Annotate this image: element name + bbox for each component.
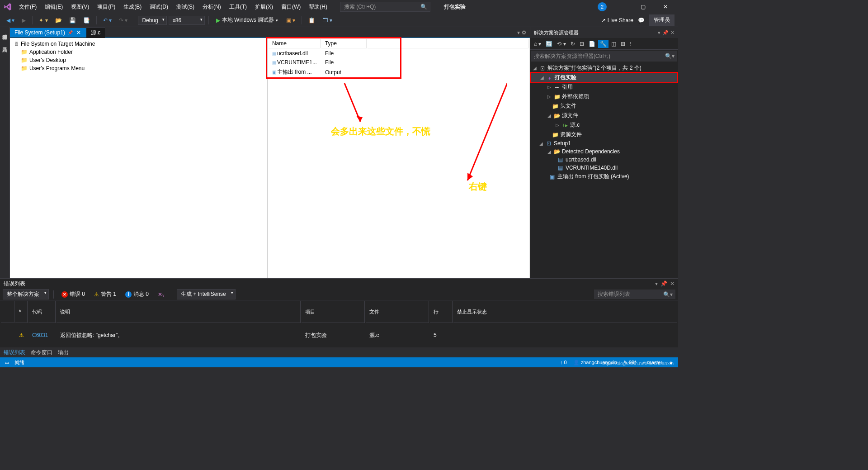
- file-row[interactable]: ▣主输出 from ... Output: [269, 67, 528, 77]
- pin-icon[interactable]: 📌: [68, 30, 73, 35]
- undo-button[interactable]: ↶ ▾: [100, 16, 114, 24]
- fs-programs[interactable]: 📁 User's Programs Menu: [12, 64, 265, 72]
- scope-dropdown[interactable]: 整个解决方案: [3, 289, 49, 299]
- tab-error-list[interactable]: 错误列表: [4, 349, 25, 356]
- col-line[interactable]: 行: [430, 301, 453, 323]
- minimize-button[interactable]: —: [611, 0, 629, 13]
- status-publish-icon[interactable]: ▲: [669, 360, 674, 365]
- tab-command-window[interactable]: 命令窗口: [31, 349, 52, 356]
- clear-filter-button[interactable]: ✕ᵧ: [155, 290, 167, 299]
- status-user[interactable]: 👤 zhangchuangxin: [573, 360, 617, 366]
- refresh-icon[interactable]: ↻: [569, 40, 577, 48]
- file-row[interactable]: ▤ucrtbased.dll File: [269, 49, 528, 57]
- external-deps-node[interactable]: ▷ 📁 外部依赖项: [530, 92, 678, 101]
- source-file-node[interactable]: ▷ +▸ 源.c: [530, 120, 678, 130]
- col-code[interactable]: 代码: [28, 301, 56, 323]
- launch-editor-button[interactable]: ▣ ▾: [283, 16, 298, 24]
- save-all-button[interactable]: 📑: [80, 16, 93, 24]
- menu-file[interactable]: 文件(F): [15, 1, 40, 13]
- expander-icon[interactable]: ▷: [547, 85, 552, 90]
- detected-deps-node[interactable]: ◢ 📂 Detected Dependencies: [530, 147, 678, 156]
- error-search[interactable]: 搜索错误列表 🔍▾: [594, 290, 675, 299]
- expander-icon[interactable]: ◢: [538, 141, 544, 146]
- maximize-button[interactable]: ▢: [634, 0, 652, 13]
- tab-source[interactable]: 源.c: [86, 27, 105, 38]
- status-up[interactable]: ↑ 0: [560, 360, 567, 365]
- panel-pin-icon[interactable]: 📌: [662, 30, 669, 36]
- redo-button[interactable]: ↷ ▾: [116, 16, 130, 24]
- menu-window[interactable]: 窗口(W): [278, 1, 304, 13]
- expander-icon[interactable]: ◢: [547, 149, 552, 154]
- config-dropdown[interactable]: Debug: [138, 16, 166, 25]
- dep-file-node[interactable]: ▤ ucrtbased.dll: [530, 156, 678, 164]
- col-type[interactable]: Type: [321, 39, 367, 48]
- nav-back-button[interactable]: ◀ ▾: [4, 16, 17, 24]
- panel-dropdown-icon[interactable]: ▾: [658, 30, 660, 36]
- tab-filesystem[interactable]: File System (Setup1) 📌 ✕: [10, 28, 86, 37]
- col-suppress[interactable]: 禁止显示状态: [453, 301, 677, 323]
- open-icon[interactable]: 🔄: [544, 40, 554, 48]
- feedback-icon[interactable]: 💬: [638, 17, 645, 24]
- messages-filter[interactable]: i 消息 0: [122, 289, 152, 299]
- sources-node[interactable]: ◢ 📂 源文件: [530, 111, 678, 120]
- home-icon[interactable]: ⌂ ▾: [532, 40, 543, 48]
- view-icon[interactable]: ⊞: [619, 40, 627, 48]
- quick-search[interactable]: 搜索 (Ctrl+Q) 🔍: [340, 2, 430, 12]
- col-file[interactable]: 文件: [366, 301, 429, 323]
- col-desc[interactable]: 说明: [57, 301, 301, 323]
- menu-help[interactable]: 帮助(H): [305, 1, 331, 13]
- expander-icon[interactable]: ▷: [555, 123, 560, 128]
- server-explorer-tab[interactable]: 服务器资源管理器: [0, 29, 9, 33]
- menu-project[interactable]: 项目(P): [94, 1, 119, 13]
- fs-app-folder[interactable]: 📁 Application Folder: [12, 48, 265, 56]
- tab-dropdown-icon[interactable]: ▾: [517, 29, 520, 36]
- file-row[interactable]: ▤VCRUNTIME1... File: [269, 58, 528, 66]
- errors-filter[interactable]: ✕ 错误 0: [58, 289, 88, 299]
- close-icon[interactable]: ✕: [75, 29, 82, 36]
- collapse-icon[interactable]: ⊟: [578, 40, 586, 48]
- menu-extensions[interactable]: 扩展(X): [251, 1, 277, 13]
- panel-dropdown-icon[interactable]: ▾: [655, 280, 658, 287]
- error-code[interactable]: C6031: [28, 324, 56, 347]
- solution-root[interactable]: ◢ ⊡ 解决方案"打包实验"(2 个项目，共 2 个): [530, 63, 678, 73]
- tab-output[interactable]: 输出: [58, 349, 69, 356]
- status-branch[interactable]: ⑂ master: [642, 360, 662, 365]
- primary-output-node[interactable]: ▣ 主输出 from 打包实验 (Active): [530, 172, 678, 181]
- solution-search[interactable]: 搜索解决方案资源管理器(Ctrl+;) 🔍▾: [531, 51, 677, 62]
- more-icon[interactable]: ⁝: [628, 40, 633, 48]
- expander-icon[interactable]: ◢: [539, 75, 545, 80]
- save-button[interactable]: 💾: [66, 16, 79, 24]
- resources-node[interactable]: 📁 资源文件: [530, 130, 678, 139]
- menu-tools[interactable]: 工具(T): [226, 1, 250, 13]
- menu-test[interactable]: 测试(S): [173, 1, 198, 13]
- menu-build[interactable]: 生成(B): [120, 1, 145, 13]
- expander-icon[interactable]: ◢: [532, 66, 538, 71]
- setup-project-node[interactable]: ◢ ⊡ Setup1: [530, 139, 678, 147]
- registry-button[interactable]: 📋: [306, 16, 318, 24]
- fs-root[interactable]: 🖥 File System on Target Machine: [12, 40, 265, 48]
- headers-node[interactable]: 📁 头文件: [530, 101, 678, 111]
- fs-desktop[interactable]: 📁 User's Desktop: [12, 56, 265, 64]
- expander-icon[interactable]: ▷: [547, 94, 552, 99]
- new-project-button[interactable]: ✦ ▾: [36, 16, 50, 24]
- panel-close-icon[interactable]: ✕: [670, 30, 675, 36]
- tab-settings-icon[interactable]: ✿: [522, 29, 526, 36]
- show-all-icon[interactable]: 📄: [587, 40, 597, 48]
- liveshare-button[interactable]: ↗ Live Share: [601, 17, 633, 24]
- platform-dropdown[interactable]: x86: [169, 16, 205, 25]
- expander-icon[interactable]: ◢: [547, 113, 552, 118]
- warnings-filter[interactable]: ⚠ 警告 1: [91, 289, 119, 299]
- notification-badge[interactable]: 2: [598, 2, 607, 11]
- nav-forward-button[interactable]: ▶: [19, 16, 28, 24]
- preview-icon[interactable]: ◫: [609, 40, 618, 48]
- status-pending[interactable]: ✎ 99*: [623, 360, 637, 366]
- properties-icon[interactable]: 🔧: [598, 40, 609, 48]
- panel-pin-icon[interactable]: 📌: [660, 280, 667, 287]
- menu-edit[interactable]: 编辑(E): [41, 1, 66, 13]
- references-node[interactable]: ▷ ▪▪ 引用: [530, 82, 678, 92]
- menu-analyze[interactable]: 分析(N): [199, 1, 225, 13]
- col-name[interactable]: Name: [269, 39, 321, 48]
- project-node-highlighted[interactable]: ◢ ⬧ 打包实验: [530, 72, 678, 83]
- open-button[interactable]: 📂: [52, 16, 65, 24]
- build-filter-dropdown[interactable]: 生成 + IntelliSense: [177, 289, 236, 299]
